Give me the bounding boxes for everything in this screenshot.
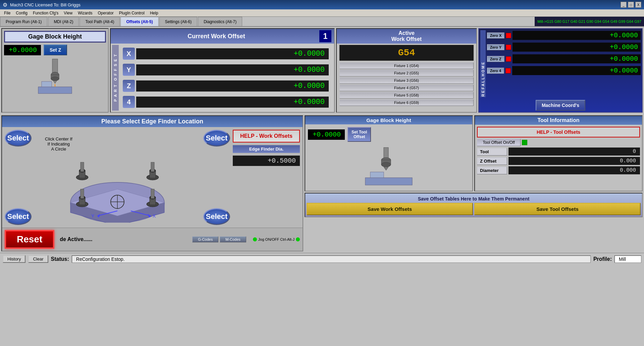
z-offset-label: Z Offset bbox=[477, 157, 507, 165]
axis-label-x: X bbox=[123, 48, 135, 60]
app-title: Mach3 CNC Licensed To: Bill Griggs bbox=[10, 2, 80, 7]
fixture-g55-button[interactable]: Fixture 2 (G55) bbox=[339, 70, 474, 76]
menu-bar: File Config Function Cfg's View Wizards … bbox=[0, 9, 644, 17]
select-bottom-right: Select bbox=[203, 208, 230, 225]
tab-tool-path[interactable]: Tool Path (Alt-4) bbox=[79, 17, 120, 26]
tool-value[interactable]: 0 bbox=[508, 148, 640, 156]
title-bar-controls: _ □ X bbox=[621, 2, 641, 8]
fixture-g57-button[interactable]: Fixture 4 (G57) bbox=[339, 84, 474, 91]
svg-point-37 bbox=[381, 162, 391, 167]
svg-rect-29 bbox=[80, 189, 84, 198]
save-offset-panel: Save Offset Tables Here to Make Them Per… bbox=[305, 193, 643, 217]
tool-offset-onoff-button[interactable]: Tool Offset On/Off bbox=[477, 139, 521, 146]
svg-rect-0 bbox=[52, 59, 58, 74]
z-offset-row: Z Offset 0.000 bbox=[477, 157, 640, 165]
help-tool-offsets-button[interactable]: HELP - Tool Offsets bbox=[477, 127, 640, 137]
svg-rect-21 bbox=[80, 162, 84, 172]
active-offset-panel: ActiveWork Offset G54 Fixture 1 (G54) Fi… bbox=[336, 28, 477, 113]
fixture-g59-button[interactable]: Fixture 6 (G59) bbox=[339, 99, 474, 106]
axis-value-y[interactable]: +0.0000 bbox=[136, 64, 329, 75]
diameter-value[interactable]: 0.000 bbox=[508, 166, 640, 174]
save-work-offsets-button[interactable]: Save Work Offsets bbox=[307, 203, 473, 215]
menu-file[interactable]: File bbox=[1, 10, 13, 16]
select-bottom-left-button[interactable]: Select bbox=[5, 208, 32, 225]
fixture-g58-button[interactable]: Fixture 5 (G58) bbox=[339, 92, 474, 99]
axis-value-4[interactable]: +0.0000 bbox=[136, 97, 329, 108]
ref-all-home-label[interactable]: R E F A L L H O M E bbox=[480, 30, 486, 97]
zero-x-button[interactable]: Zero X bbox=[487, 33, 504, 39]
tab-offsets[interactable]: Offsets (Alt-5) bbox=[120, 17, 158, 26]
zero-rows: Zero X +0.0000 Zero Y +0.0000 Zero Z +0.… bbox=[487, 30, 641, 97]
zero-y-button[interactable]: Zero Y bbox=[487, 44, 504, 50]
machine-coords-button[interactable]: Machine Coord's bbox=[536, 100, 585, 111]
maximize-button[interactable]: □ bbox=[628, 2, 634, 8]
help-work-offsets-button[interactable]: HELP - Work Offsets bbox=[233, 130, 300, 142]
tab-diagnostics[interactable]: Diagnostics (Alt-7) bbox=[198, 17, 242, 26]
axis-value-x[interactable]: +0.0000 bbox=[136, 48, 329, 59]
set-tool-offset-button[interactable]: Set ToolOffset bbox=[347, 127, 371, 142]
edge-finder-content: Select Select Select Select Click Center… bbox=[2, 127, 303, 228]
zero-z-button[interactable]: Zero Z bbox=[487, 56, 504, 62]
save-buttons-row: Save Work Offsets Save Tool Offsets bbox=[307, 203, 641, 215]
menu-help[interactable]: Help bbox=[147, 10, 161, 16]
fixture-g54-button[interactable]: Fixture 1 (G54) bbox=[339, 62, 474, 69]
edge-finder-svg: X Y bbox=[54, 135, 181, 223]
tab-program-run[interactable]: Program Run (Alt-1) bbox=[0, 17, 47, 26]
mcodes-button[interactable]: M-Codes bbox=[220, 236, 246, 242]
gage-block-panel: Gage Block Height +0.0000 Set Z bbox=[1, 28, 109, 113]
offset-number[interactable]: 1 bbox=[319, 30, 331, 42]
select-top-right-button[interactable]: Select bbox=[203, 130, 230, 147]
reset-button[interactable]: Reset bbox=[5, 230, 54, 249]
4-indicator bbox=[505, 68, 511, 73]
menu-plugin-control[interactable]: PlugIn Control bbox=[116, 10, 147, 16]
machine-inner: R E F A L L H O M E Zero X +0.0000 Zero … bbox=[480, 30, 641, 97]
svg-marker-4 bbox=[53, 81, 57, 83]
select-top-left-button[interactable]: Select bbox=[5, 130, 32, 147]
tool-offset-onoff-row: Tool Offset On/Off bbox=[477, 139, 640, 146]
save-tool-offsets-button[interactable]: Save Tool Offsets bbox=[474, 203, 641, 215]
gage-tool-svg bbox=[362, 146, 416, 189]
clear-button[interactable]: Clear bbox=[28, 255, 48, 263]
center-text: Click Center IfIf IndicatingA Circle bbox=[45, 136, 72, 152]
close-button[interactable]: X bbox=[635, 2, 641, 8]
menu-view[interactable]: View bbox=[61, 10, 75, 16]
tab-settings[interactable]: Settings (Alt-6) bbox=[159, 17, 197, 26]
axis-label-y: Y bbox=[123, 64, 135, 76]
axis-label-z: Z bbox=[123, 80, 135, 92]
set-z-button[interactable]: Set Z bbox=[44, 45, 67, 55]
menu-config[interactable]: Config bbox=[13, 10, 30, 16]
fixture-g56-button[interactable]: Fixture 3 (G56) bbox=[339, 77, 474, 84]
axis-row-z: Z +0.0000 bbox=[123, 80, 329, 92]
main-content: Gage Block Height +0.0000 Set Z bbox=[0, 27, 644, 115]
history-button[interactable]: History bbox=[3, 255, 25, 263]
edge-finder-dia-label: Edge Finder Dia. bbox=[233, 145, 300, 153]
menu-operator[interactable]: Operator bbox=[95, 10, 116, 16]
edge-finder-right: HELP - Work Offsets Edge Finder Dia. +0.… bbox=[233, 130, 300, 225]
title-bar: ⚙ Mach3 CNC Licensed To: Bill Griggs _ □… bbox=[0, 0, 644, 9]
select-bottom-left: Select bbox=[5, 208, 32, 225]
menu-function-cfg[interactable]: Function Cfg's bbox=[30, 10, 61, 16]
tool-info-title: Tool Information bbox=[475, 116, 642, 125]
tool-info-panel: Tool Information HELP - Tool Offsets Too… bbox=[474, 115, 643, 191]
z-indicator bbox=[506, 56, 511, 62]
minimize-button[interactable]: _ bbox=[621, 2, 627, 8]
right-top-row: Gage Block Height +0.0000 Set ToolOffset bbox=[305, 115, 643, 191]
gage-tool-diagram bbox=[305, 145, 472, 191]
edge-finder-dia-value[interactable]: +0.5000 bbox=[233, 156, 300, 166]
zero-row-4: Zero 4 +0.0000 bbox=[487, 66, 641, 75]
active-label: de Active...... bbox=[60, 236, 92, 242]
diameter-row: Diameter 0.000 bbox=[477, 166, 640, 174]
jog-label[interactable]: Jog ON/OFF Ctrl-Alt-J bbox=[258, 237, 294, 241]
machine-value-z: +0.0000 bbox=[513, 54, 641, 63]
menu-wizards[interactable]: Wizards bbox=[75, 10, 95, 16]
tool-info-content: HELP - Tool Offsets Tool Offset On/Off T… bbox=[475, 125, 642, 176]
z-offset-value[interactable]: 0.000 bbox=[508, 157, 640, 165]
select-top-right: Select bbox=[203, 130, 230, 147]
save-offset-title: Save Offset Tables Here to Make Them Per… bbox=[307, 195, 641, 203]
axis-value-z[interactable]: +0.0000 bbox=[136, 80, 329, 92]
zero-4-button[interactable]: Zero 4 bbox=[487, 68, 504, 74]
gcodes-button[interactable]: G-Codes bbox=[192, 236, 218, 242]
tab-mdi[interactable]: MDI (Alt-2) bbox=[48, 17, 79, 26]
part-offset-sidebar: P A R T O F F S E T bbox=[112, 45, 119, 111]
select-bottom-right-button[interactable]: Select bbox=[203, 208, 230, 225]
